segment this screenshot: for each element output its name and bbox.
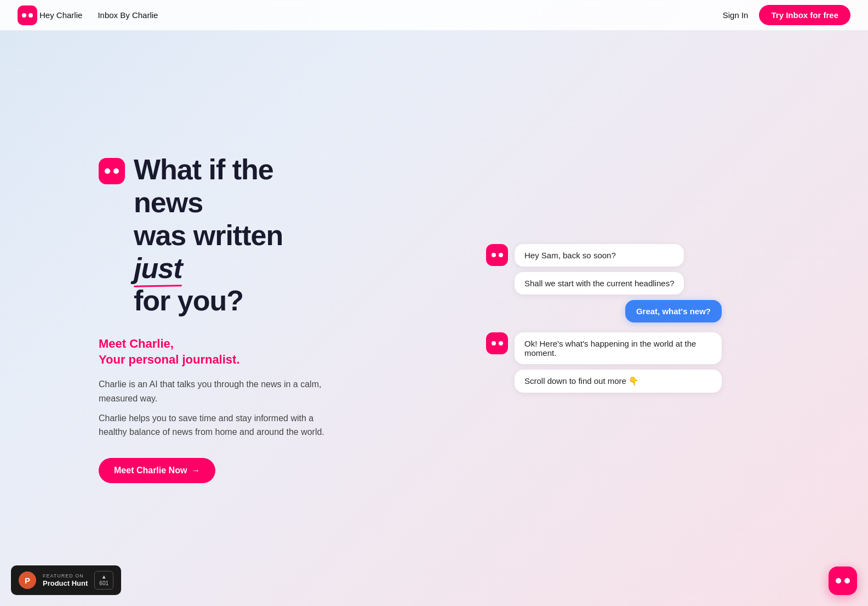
meet-charlie-cta-button[interactable]: Meet Charlie Now → (99, 458, 215, 483)
chat-panel: Hey Sam, back so soon? Shall we start wi… (362, 222, 868, 415)
hero-icon-title-row: What if the news was written just for yo… (99, 154, 329, 318)
try-inbox-button[interactable]: Try Inbox for free (759, 5, 850, 25)
logo-eye-right (28, 13, 33, 18)
hero-title-line2-prefix: was written (134, 219, 283, 251)
chat-avatar-eye-left-1 (492, 253, 496, 257)
user-reply-row: Great, what's new? (486, 300, 722, 322)
product-hunt-text: FEATURED ON Product Hunt (43, 573, 88, 587)
cta-arrow-icon: → (191, 466, 200, 475)
hero-description2: Charlie helps you to save time and stay … (99, 411, 329, 439)
product-hunt-badge[interactable]: P FEATURED ON Product Hunt ▲ 601 (11, 565, 121, 595)
upvote-arrow-icon: ▲ (101, 574, 107, 580)
hero-title-italic: just (134, 252, 182, 285)
product-hunt-upvote[interactable]: ▲ 601 (94, 571, 113, 590)
chat-bubble-4: Scroll down to find out more 👇 (515, 370, 722, 393)
chat-messages-2: Ok! Here's what's happening in the world… (515, 332, 722, 393)
product-hunt-featured-label: FEATURED ON (43, 573, 88, 579)
meet-charlie-text: Meet Charlie, Your personal journalist. (99, 336, 329, 367)
nav-right: Sign In Try Inbox for free (723, 5, 850, 25)
chat-bubble-1: Hey Sam, back so soon? (515, 244, 684, 267)
nav-hey-charlie[interactable]: Hey Charlie (39, 10, 82, 20)
floating-charlie-icon[interactable] (829, 567, 857, 595)
charlie-logo-icon (18, 5, 37, 25)
chat-avatar-eye-right-1 (499, 253, 503, 257)
meet-charlie-line1: Meet Charlie, (99, 336, 329, 352)
chat-avatar-eye-right-2 (499, 341, 503, 346)
product-hunt-name: Product Hunt (43, 579, 88, 587)
hero-eye-left (105, 168, 110, 174)
nav-inbox-by-charlie[interactable]: Inbox By Charlie (98, 10, 158, 20)
cta-label: Meet Charlie Now (114, 466, 187, 475)
sign-in-button[interactable]: Sign In (723, 10, 749, 20)
hero-title-line1: What if the news (134, 154, 273, 218)
hero-title-line3: for you? (134, 285, 243, 316)
chat-avatar-eye-left-2 (492, 341, 496, 346)
floating-icon-eye-left (836, 578, 841, 584)
chat-bubble-2: Shall we start with the current headline… (515, 272, 684, 294)
product-hunt-logo: P (19, 571, 36, 589)
upvote-count: 601 (99, 580, 108, 587)
hero-title: What if the news was written just for yo… (134, 154, 329, 318)
chat-row-2: Ok! Here's what's happening in the world… (486, 332, 722, 393)
nav-logo[interactable] (18, 5, 37, 25)
chat-messages-1: Hey Sam, back so soon? Shall we start wi… (515, 244, 684, 294)
chat-container: Hey Sam, back so soon? Shall we start wi… (486, 244, 722, 393)
floating-icon-eye-right (844, 578, 850, 584)
chat-bubble-user: Great, what's new? (625, 300, 722, 322)
chat-avatar-2 (486, 332, 508, 354)
main-content: What if the news was written just for yo… (0, 0, 868, 606)
meet-charlie-line2: Your personal journalist. (99, 352, 329, 368)
hero-description1: Charlie is an AI that talks you through … (99, 377, 329, 405)
chat-avatar-1 (486, 244, 508, 266)
chat-bubble-3: Ok! Here's what's happening in the world… (515, 332, 722, 364)
hero-left-panel: What if the news was written just for yo… (0, 154, 362, 483)
hero-charlie-icon (99, 158, 125, 184)
hero-eye-right (113, 168, 119, 174)
chat-row-1: Hey Sam, back so soon? Shall we start wi… (486, 244, 722, 294)
logo-eye-left (22, 13, 26, 18)
nav-links: Hey Charlie Inbox By Charlie (39, 10, 158, 20)
navbar: Hey Charlie Inbox By Charlie Sign In Try… (0, 0, 868, 31)
